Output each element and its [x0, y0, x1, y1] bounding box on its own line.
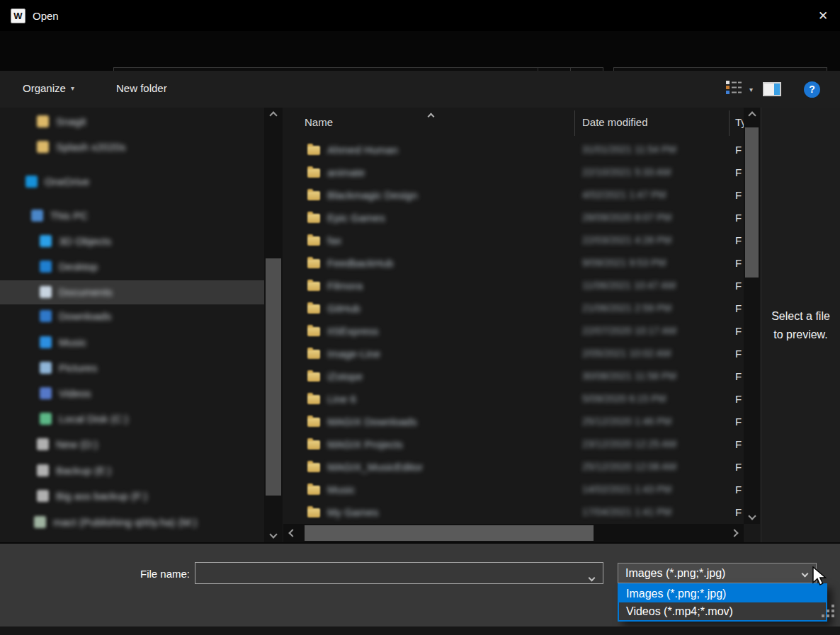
column-divider[interactable]: [574, 110, 575, 136]
file-name-input[interactable]: [195, 562, 603, 584]
sidebar-scrollbar[interactable]: [264, 108, 283, 542]
resize-grip-icon[interactable]: [822, 614, 824, 617]
file-type: F: [735, 416, 742, 428]
sidebar-item-label: Desktop: [59, 261, 98, 273]
column-header-date-modified[interactable]: Date modified: [582, 116, 648, 128]
sidebar-item[interactable]: Desktop: [0, 255, 264, 279]
column-divider[interactable]: [729, 110, 730, 136]
scroll-right-button[interactable]: [725, 524, 744, 542]
sidebar-item-icon: [40, 387, 52, 399]
chevron-down-icon: [748, 512, 756, 520]
help-icon[interactable]: ?: [804, 81, 820, 98]
folder-icon: [307, 463, 320, 472]
file-name: MAGIX Downloads: [327, 416, 417, 428]
file-row[interactable]: Ahmed Human 31/01/2021 11:54 PM F: [283, 139, 744, 161]
scroll-up-button[interactable]: [744, 108, 760, 123]
scroll-up-button[interactable]: [264, 108, 283, 123]
sidebar-item-label: Backup (E:): [56, 464, 111, 476]
scrollbar-thumb[interactable]: [745, 127, 759, 278]
sidebar-item[interactable]: Videos: [0, 382, 264, 406]
file-type-selected: Images (*.png;*.jpg): [625, 567, 725, 580]
preview-pane-icon[interactable]: [763, 82, 781, 96]
sidebar-item[interactable]: New (D:): [0, 433, 264, 457]
scroll-down-button[interactable]: [744, 508, 760, 524]
file-name: Filmora: [327, 280, 363, 292]
sidebar-item[interactable]: Downloads: [0, 304, 264, 328]
file-row[interactable]: Image-Line 2/05/2021 10:02 AM F: [283, 343, 744, 365]
file-name: My Games: [327, 506, 379, 518]
sidebar-item[interactable]: Documents: [0, 280, 264, 304]
sidebar-item[interactable]: Pictures: [0, 356, 264, 380]
sidebar-item-icon: [40, 336, 52, 348]
preview-message-line2: to preview.: [761, 326, 840, 344]
sidebar-item[interactable]: OneDrive: [0, 170, 264, 194]
new-folder-button[interactable]: New folder: [116, 82, 167, 94]
file-row[interactable]: FeedbackHub 9/09/2021 9:53 PM F: [283, 252, 744, 275]
file-type: F: [735, 212, 742, 224]
file-list-vertical-scrollbar[interactable]: [744, 108, 760, 524]
file-name-dropdown-icon[interactable]: [589, 571, 594, 583]
column-header-type[interactable]: Ty: [735, 116, 744, 128]
file-type: F: [735, 189, 742, 201]
file-date-modified: 23/12/2020 12:25 AM: [582, 438, 676, 450]
sidebar-item[interactable]: Snagit: [0, 110, 264, 134]
sidebar-item[interactable]: Local Disk (C:): [0, 407, 264, 431]
file-row[interactable]: MAGIX Downloads 25/12/2020 1:46 PM F: [283, 411, 744, 433]
file-row[interactable]: My Games 17/04/2021 1:41 PM F: [283, 501, 744, 524]
sidebar-item-label: OneDrive: [45, 176, 89, 188]
file-date-modified: 17/04/2021 1:41 PM: [582, 506, 671, 517]
sidebar-item[interactable]: Big ass backup (F:): [0, 484, 264, 508]
sidebar-item[interactable]: mact (Publishing q00y.ha) (M:): [0, 510, 264, 534]
sidebar-item[interactable]: Backup (E:): [0, 459, 264, 483]
scroll-down-button[interactable]: [264, 527, 283, 542]
sidebar-item[interactable]: 3D Objects: [0, 229, 264, 253]
file-row[interactable]: MAGIX_MusicEditor 25/12/2020 12:08 AM F: [283, 456, 744, 479]
sidebar-item-label: This PC: [50, 210, 88, 222]
column-header-name[interactable]: Name: [305, 116, 333, 128]
file-row[interactable]: Line 6 5/09/2020 6:15 PM F: [283, 388, 744, 411]
file-list-horizontal-scrollbar[interactable]: [283, 524, 744, 542]
file-name: FeedbackHub: [327, 257, 393, 269]
organize-button[interactable]: Organize ▾: [23, 82, 74, 94]
file-name: Music: [327, 484, 355, 496]
file-list: Ahmed Human 31/01/2021 11:54 PM F animat…: [283, 139, 744, 524]
file-row[interactable]: IISExpress 22/07/2020 10:17 AM F: [283, 320, 744, 343]
file-row[interactable]: GitHub 21/06/2021 2:59 PM F: [283, 297, 744, 320]
sidebar-item-label: mact (Publishing q00y.ha) (M:): [53, 516, 197, 528]
folder-icon: [307, 146, 320, 155]
chevron-right-icon: [730, 529, 738, 537]
details-view-icon[interactable]: [725, 80, 742, 98]
file-type-option[interactable]: Images (*.png;*.jpg): [619, 585, 826, 602]
file-date-modified: 5/09/2020 6:15 PM: [582, 393, 666, 404]
folder-icon: [307, 282, 320, 291]
file-row[interactable]: fax 22/03/2021 4:28 PM F: [283, 229, 744, 252]
sidebar-item-label: Downloads: [59, 310, 111, 322]
file-date-modified: 9/09/2021 9:53 PM: [582, 257, 666, 268]
file-type: F: [735, 370, 742, 382]
views-dropdown-icon[interactable]: ▾: [749, 86, 753, 93]
word-app-icon: W: [11, 8, 25, 23]
file-row[interactable]: Epic Games 28/09/2020 8:07 PM F: [283, 207, 744, 229]
scrollbar-thumb[interactable]: [266, 258, 281, 496]
sidebar-item[interactable]: Music: [0, 331, 264, 355]
scroll-left-button[interactable]: [283, 524, 302, 542]
file-row[interactable]: Music 14/02/2021 1:43 PM F: [283, 479, 744, 501]
file-type-option[interactable]: Videos (*.mp4;*.mov): [619, 602, 826, 620]
file-row[interactable]: MAGIX Projects 23/12/2020 12:25 AM F: [283, 433, 744, 456]
close-button[interactable]: ✕: [806, 0, 840, 31]
mouse-cursor-icon: [810, 566, 829, 590]
sidebar-item[interactable]: This PC: [0, 204, 264, 228]
file-row[interactable]: Filmora 11/06/2021 10:47 AM F: [283, 275, 744, 297]
file-type-combobox[interactable]: Images (*.png;*.jpg): [618, 563, 817, 583]
file-type: F: [735, 166, 742, 178]
sidebar-item-icon: [40, 362, 52, 374]
chevron-down-icon: [802, 571, 809, 578]
file-date-modified: 22/10/2021 5:33 AM: [582, 166, 671, 178]
file-name: iZotope: [327, 370, 363, 382]
file-row[interactable]: animate 22/10/2021 5:33 AM F: [283, 161, 744, 184]
window-bottom-strip: [0, 627, 840, 635]
sidebar-item[interactable]: Splash x2020s: [0, 135, 264, 159]
file-row[interactable]: Blackmagic Design 4/02/2021 1:47 PM F: [283, 184, 744, 207]
file-row[interactable]: iZotope 30/08/2021 11:58 PM F: [283, 365, 744, 388]
scrollbar-thumb[interactable]: [305, 525, 594, 541]
